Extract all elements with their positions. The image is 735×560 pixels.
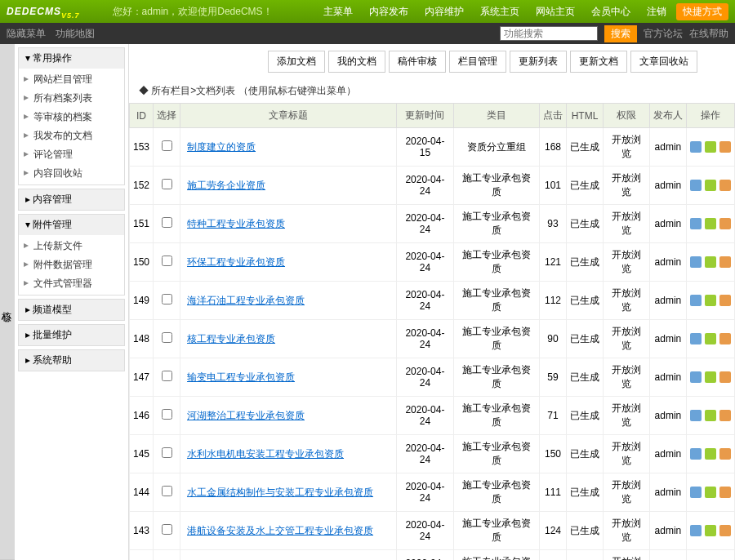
quick-button[interactable]: 快捷方式	[676, 3, 728, 20]
view-icon[interactable]	[705, 295, 716, 306]
cell-title: 海洋石油工程专业承包资质	[180, 282, 397, 320]
article-link[interactable]: 施工劳务企业资质	[187, 180, 265, 191]
delete-icon[interactable]	[719, 371, 731, 383]
sidebar-group-head[interactable]: ▸ 频道模型	[19, 300, 124, 320]
row-checkbox[interactable]	[162, 294, 172, 304]
delete-icon[interactable]	[719, 333, 731, 344]
cell-category: 施工专业承包资质	[454, 550, 540, 561]
view-icon[interactable]	[705, 371, 716, 383]
view-icon[interactable]	[705, 487, 716, 498]
topnav-item[interactable]: 网站主页	[529, 3, 581, 20]
view-icon[interactable]	[705, 256, 716, 268]
delete-icon[interactable]	[719, 218, 731, 229]
view-icon[interactable]	[705, 218, 716, 229]
topnav-item[interactable]: 内容发布	[363, 3, 415, 20]
delete-icon[interactable]	[719, 180, 731, 191]
sidebar-item[interactable]: 评论管理	[19, 145, 124, 164]
edit-icon[interactable]	[690, 448, 702, 460]
row-checkbox[interactable]	[162, 524, 172, 535]
content-tab[interactable]: 栏目管理	[449, 51, 506, 73]
edit-icon[interactable]	[690, 333, 702, 344]
article-table: ID选择文章标题更新时间类目点击HTML权限发布人操作 153 制度建立的资质 …	[129, 103, 735, 560]
article-link[interactable]: 水工金属结构制作与安装工程专业承包资质	[187, 487, 373, 498]
cell-category: 施工专业承包资质	[454, 397, 540, 435]
sidebar-item[interactable]: 我发布的文档	[19, 127, 124, 145]
cell-publisher: admin	[649, 320, 686, 358]
edit-icon[interactable]	[690, 218, 702, 229]
topnav-item[interactable]: 会员中心	[585, 3, 637, 20]
search-input[interactable]	[500, 26, 598, 41]
content-tab[interactable]: 更新列表	[510, 51, 567, 73]
topnav-item[interactable]: 内容维护	[418, 3, 470, 20]
view-icon[interactable]	[705, 410, 716, 421]
view-icon[interactable]	[705, 180, 716, 191]
row-checkbox[interactable]	[162, 256, 172, 266]
article-link[interactable]: 制度建立的资质	[187, 141, 256, 153]
edit-icon[interactable]	[690, 525, 702, 536]
sidebar-group-head[interactable]: ▾ 常用操作	[19, 48, 124, 69]
view-icon[interactable]	[705, 141, 716, 153]
sidebar-group-head[interactable]: ▸ 批量维护	[19, 325, 124, 345]
delete-icon[interactable]	[719, 295, 731, 306]
delete-icon[interactable]	[719, 256, 731, 268]
edit-icon[interactable]	[690, 410, 702, 421]
delete-icon[interactable]	[719, 410, 731, 421]
sidebar-item[interactable]: 上传新文件	[19, 237, 124, 256]
topnav-item[interactable]: 系统主页	[474, 3, 526, 20]
edit-icon[interactable]	[690, 371, 702, 383]
row-checkbox[interactable]	[162, 371, 172, 381]
sidebar-item[interactable]: 网站栏目管理	[19, 70, 124, 89]
article-link[interactable]: 核工程专业承包资质	[187, 333, 275, 344]
search-button[interactable]: 搜索	[604, 25, 637, 42]
sidebar-item[interactable]: 等审核的档案	[19, 108, 124, 127]
row-checkbox[interactable]	[162, 179, 172, 189]
view-icon[interactable]	[705, 525, 716, 536]
sidebar-group-head[interactable]: ▸ 系统帮助	[19, 350, 124, 371]
delete-icon[interactable]	[719, 448, 731, 460]
sidebar-item[interactable]: 文件式管理器	[19, 274, 124, 293]
article-link[interactable]: 特种工程专业承包资质	[187, 218, 285, 229]
article-link[interactable]: 输变电工程专业承包资质	[187, 371, 295, 383]
edit-icon[interactable]	[690, 256, 702, 268]
hide-menu-link[interactable]: 隐藏菜单	[7, 27, 46, 41]
content-tab[interactable]: 稿件审核	[389, 51, 446, 73]
row-checkbox[interactable]	[162, 447, 172, 458]
delete-icon[interactable]	[719, 141, 731, 153]
cell-title: 通航建筑物工程专业承包资质	[180, 550, 397, 561]
topnav-item[interactable]: 主菜单	[317, 3, 359, 20]
sidebar-item[interactable]: 内容回收站	[19, 164, 124, 183]
sitemap-link[interactable]: 功能地图	[56, 27, 95, 41]
delete-icon[interactable]	[719, 487, 731, 498]
content-tab[interactable]: 文章回收站	[630, 51, 697, 73]
delete-icon[interactable]	[719, 525, 731, 536]
article-link[interactable]: 港航设备安装及水上交管工程专业承包资质	[187, 525, 373, 536]
edit-icon[interactable]	[690, 180, 702, 191]
row-checkbox[interactable]	[162, 217, 172, 228]
forum-link[interactable]: 官方论坛	[644, 27, 683, 41]
article-link[interactable]: 环保工程专业承包资质	[187, 256, 285, 268]
article-link[interactable]: 河湖整治工程专业承包资质	[187, 410, 305, 421]
view-icon[interactable]	[705, 448, 716, 460]
tab-bar: 添加文档我的文档稿件审核栏目管理更新列表更新文档文章回收站	[129, 44, 735, 79]
view-icon[interactable]	[705, 333, 716, 344]
topnav-item[interactable]: 注销	[640, 3, 673, 20]
edit-icon[interactable]	[690, 141, 702, 153]
sidebar-item[interactable]: 所有档案列表	[19, 89, 124, 108]
cell-html: 已生成	[567, 243, 604, 282]
content-tab[interactable]: 添加文档	[268, 51, 325, 73]
vertical-tab[interactable]: 核心	[0, 47, 15, 560]
row-checkbox[interactable]	[162, 140, 172, 151]
edit-icon[interactable]	[690, 487, 702, 498]
row-checkbox[interactable]	[162, 486, 172, 496]
article-link[interactable]: 海洋石油工程专业承包资质	[187, 295, 305, 306]
content-tab[interactable]: 我的文档	[328, 51, 385, 73]
article-link[interactable]: 水利水电机电安装工程专业承包资质	[187, 448, 344, 460]
sidebar-item[interactable]: 附件数据管理	[19, 256, 124, 274]
edit-icon[interactable]	[690, 295, 702, 306]
content-tab[interactable]: 更新文档	[570, 51, 627, 73]
row-checkbox[interactable]	[162, 409, 172, 420]
sidebar-group-head[interactable]: ▾ 附件管理	[19, 215, 124, 235]
help-link[interactable]: 在线帮助	[689, 27, 728, 41]
sidebar-group-head[interactable]: ▸ 内容管理	[19, 189, 124, 210]
row-checkbox[interactable]	[162, 332, 172, 343]
